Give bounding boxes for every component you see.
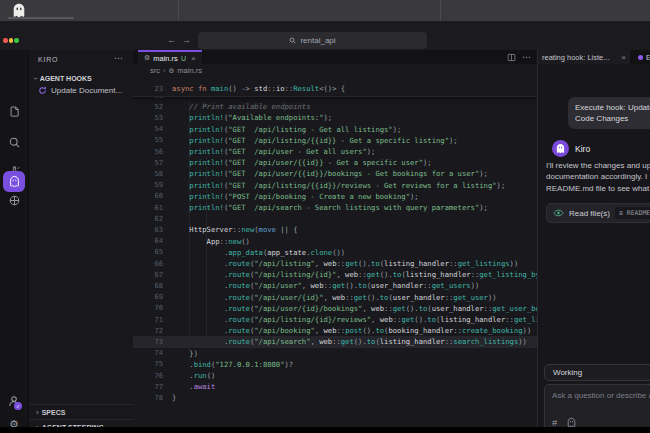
agent-ghost-icon[interactable] — [566, 417, 577, 427]
code-line-56[interactable]: 56 println!("GET /api/user - Get all use… — [133, 146, 537, 157]
code-text: println!("GET /api/listing/{{id}} - Get … — [172, 136, 458, 145]
window-bottom-edge — [0, 427, 650, 433]
sticky-scroll-header[interactable]: 23async fn main() -> std::io::Result<()>… — [133, 77, 537, 97]
tool-call-read-files[interactable]: Read file(s) ≡ README. — [546, 203, 650, 223]
code-line-55[interactable]: 55 println!("GET /api/listing/{{id}} - G… — [133, 135, 537, 146]
line-number: 56 — [133, 148, 172, 156]
sidebar-section-specs[interactable]: › SPECS — [29, 404, 133, 419]
code-line-69[interactable]: 69 .route("/api/user/{id}", web::get().t… — [133, 292, 537, 303]
code-line-63[interactable]: 63 HttpServer::new(move || { — [133, 224, 537, 235]
code-line-23[interactable]: 23async fn main() -> std::io::Result<()>… — [133, 83, 537, 94]
code-text: println!("GET /api/listing - Get all lis… — [172, 125, 401, 134]
editor-more-actions-icon[interactable]: ⋯ — [522, 52, 531, 62]
section-label: AGENT HOOKS — [40, 75, 92, 82]
code-line-53[interactable]: 53 println!("Available endpoints:"); — [133, 112, 537, 123]
code-text: .route("/api/listing/{id}/reviews", web:… — [172, 315, 537, 324]
code-text: HttpServer::new(move || { — [172, 225, 298, 234]
forward-arrow-icon[interactable]: → — [182, 33, 191, 47]
breadcrumb-separator: › — [163, 66, 166, 75]
back-arrow-icon[interactable]: ← — [167, 33, 176, 47]
code-line-66[interactable]: 66 .route("/api/listing", web::get().to(… — [133, 258, 537, 269]
line-number: 73 — [133, 338, 172, 346]
code-line-74[interactable]: 74 }) — [133, 348, 537, 359]
code-line-58[interactable]: 58 println!("GET /api/user/{{id}}/bookin… — [133, 168, 537, 179]
activity-bar: ✓ ⚙ — [0, 50, 28, 427]
line-number: 23 — [133, 85, 172, 93]
section-label: SPECS — [42, 409, 66, 416]
topbar-divider — [178, 0, 179, 21]
line-number: 67 — [133, 271, 172, 279]
tab-main-rs[interactable]: ⚙ main.rs U × — [138, 50, 202, 64]
code-line-65[interactable]: 65 .app_data(app_state.clone()) — [133, 247, 537, 258]
chat-tab-creating-hook[interactable]: reating hook: Liste... × — [538, 50, 630, 64]
code-line-72[interactable]: 72 .route("/api/booking", web::post().to… — [133, 325, 537, 336]
code-text: .await — [172, 382, 215, 391]
code-line-61[interactable]: 61 println!("GET /api/search - Search li… — [133, 202, 537, 213]
workspace-search-input[interactable]: rental_api — [198, 32, 427, 49]
line-number: 57 — [133, 159, 172, 167]
kiro-avatar — [552, 140, 569, 157]
code-line-71[interactable]: 71 .route("/api/listing/{id}/reviews", w… — [133, 314, 537, 325]
search-sidebar-icon[interactable] — [0, 136, 28, 149]
line-number: 58 — [133, 170, 172, 178]
code-line-68[interactable]: 68 .route("/api/user", web::get().to(use… — [133, 280, 537, 291]
code-text: .route("/api/listing", web::get().to(lis… — [172, 259, 518, 268]
tab-filename: main.rs — [153, 54, 178, 63]
code-line-76[interactable]: 76 .run() — [133, 370, 537, 381]
code-line-77[interactable]: 77 .await — [133, 381, 537, 392]
readme-file-chip[interactable]: ≡ README. — [615, 207, 650, 219]
minimize-traffic-light[interactable] — [9, 38, 14, 43]
sidebar-item-update-documentation-hook[interactable]: Update Document... — [38, 86, 122, 95]
line-number: 74 — [133, 349, 172, 357]
explorer-files-icon[interactable] — [0, 105, 28, 118]
code-line-60[interactable]: 60 println!("POST /api/booking - Create … — [133, 191, 537, 202]
code-text: }) — [172, 349, 198, 358]
code-line-59[interactable]: 59 println!("GET /api/listing/{{id}}/rev… — [133, 180, 537, 191]
kiro-agent-panel-icon[interactable] — [3, 171, 25, 192]
code-line-75[interactable]: 75 .bind("127.0.0.1:8080")? — [133, 359, 537, 370]
sidebar-section-agent-hooks[interactable]: › AGENT HOOKS — [34, 74, 92, 83]
code-text: .route("/api/search", web::get().to(list… — [172, 337, 527, 346]
tab-close-icon[interactable]: × — [621, 53, 626, 62]
code-line-52[interactable]: 52 // Print available endpoints — [133, 101, 537, 112]
code-editor: ⚙ main.rs U × ⋯ src › ⚙ main.rs 5152 // … — [133, 50, 537, 427]
code-text: .route("/api/user", web::get().to(user_h… — [172, 281, 479, 290]
line-number: 62 — [133, 215, 172, 223]
code-text: .route("/api/booking", web::post().to(bo… — [172, 326, 531, 335]
code-text: println!("GET /api/user - Get all users"… — [172, 147, 375, 156]
breadcrumb-file[interactable]: main.rs — [177, 66, 202, 75]
code-line-73[interactable]: 73 .route("/api/search", web::get().to(l… — [133, 336, 537, 347]
context-hash-icon[interactable]: # — [552, 417, 557, 427]
sidebar-more-actions-icon[interactable]: ⋯ — [114, 53, 123, 63]
maximize-traffic-light[interactable] — [14, 38, 19, 43]
code-line-54[interactable]: 54 println!("GET /api/listing - Get all … — [133, 124, 537, 135]
unsaved-dot-icon — [638, 55, 643, 60]
code-text: } — [172, 393, 176, 402]
kiro-chat-panel: reating hook: Liste... × E Execute hook:… — [537, 50, 650, 427]
chat-tab-label: reating hook: Liste... — [542, 53, 621, 62]
code-line-78[interactable]: 78} — [133, 392, 537, 403]
line-number: 72 — [133, 327, 172, 335]
code-text: App::new() — [172, 237, 250, 246]
chat-input-placeholder: Ask a question or describe a — [552, 391, 650, 400]
line-number: 55 — [133, 136, 172, 144]
code-line-62[interactable]: 62 — [133, 213, 537, 224]
code-line-67[interactable]: 67 .route("/api/listing/{id}", web::get(… — [133, 269, 537, 280]
close-traffic-light[interactable] — [3, 38, 8, 43]
line-number: 69 — [133, 293, 172, 301]
active-app-underline — [8, 17, 74, 19]
split-editor-icon[interactable] — [507, 53, 516, 62]
breadcrumb-folder[interactable]: src — [150, 66, 160, 75]
breadcrumb[interactable]: src › ⚙ main.rs — [150, 64, 202, 77]
extensions-icon[interactable] — [0, 194, 28, 207]
code-line-64[interactable]: 64 App::new() — [133, 236, 537, 247]
chat-tab-execute-hook[interactable]: E — [633, 50, 650, 64]
code-line-70[interactable]: 70 .route("/api/user/{id}/bookings", web… — [133, 303, 537, 314]
code-text: println!("GET /api/search - Search listi… — [172, 203, 488, 212]
kiro-ghost-icon — [555, 143, 566, 154]
editor-tabstrip: ⚙ main.rs U × ⋯ — [133, 50, 537, 64]
code-line-57[interactable]: 57 println!("GET /api/user/{{id}} - Get … — [133, 157, 537, 168]
chevron-right-icon: › — [36, 408, 39, 417]
chat-input[interactable]: Ask a question or describe a # — [544, 384, 650, 427]
tab-close-icon[interactable]: × — [191, 54, 196, 63]
